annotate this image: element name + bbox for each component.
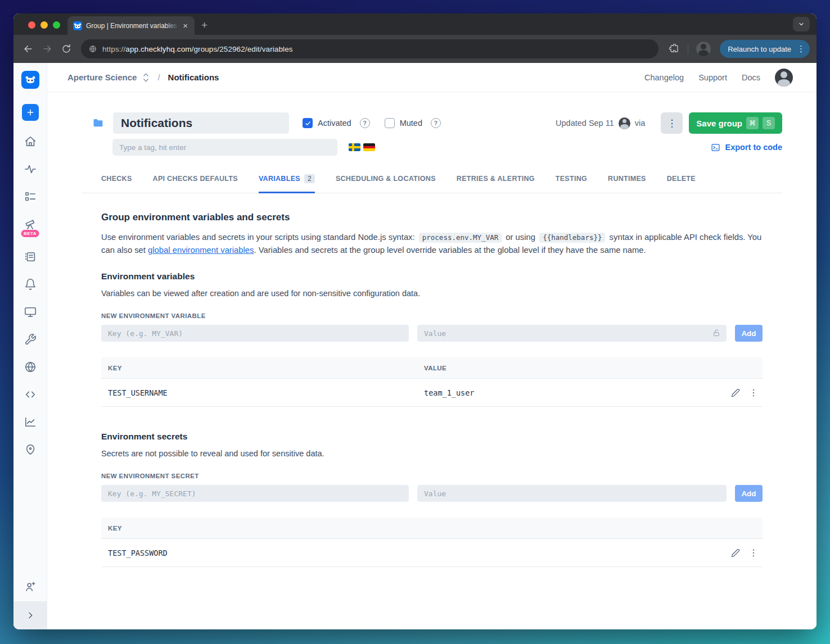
- sidebar-item-dashboards[interactable]: [24, 305, 37, 319]
- browser-profile-avatar[interactable]: [696, 42, 711, 56]
- add-secret-button[interactable]: Add: [735, 485, 763, 502]
- puzzle-icon: [669, 44, 679, 54]
- url-text: https://app.checklyhq.com/groups/252962/…: [102, 45, 293, 53]
- tab-close-icon[interactable]: ×: [181, 20, 190, 31]
- chart-line-icon: [24, 416, 37, 428]
- tab-retries-alerting[interactable]: RETRIES & ALERTING: [457, 171, 535, 193]
- user-avatar[interactable]: [775, 69, 793, 87]
- activated-checkbox[interactable]: [303, 118, 313, 128]
- browser-window: Group | Environment variables × +: [13, 13, 817, 629]
- account-switcher-chevrons[interactable]: [142, 72, 150, 83]
- secret-row-actions: ⋮: [731, 548, 763, 557]
- close-window-button[interactable]: [28, 21, 35, 29]
- tab-runtimes[interactable]: RUNTIMES: [608, 171, 646, 193]
- edit-secret-button[interactable]: [731, 548, 740, 557]
- reload-button[interactable]: [58, 41, 74, 57]
- secrets-table-header: KEY: [101, 518, 763, 539]
- pencil-icon: [731, 388, 740, 397]
- muted-help-icon[interactable]: ?: [431, 118, 441, 128]
- secret-key-input[interactable]: [101, 485, 409, 502]
- sidebar-item-logs[interactable]: [24, 250, 37, 264]
- variable-key-input[interactable]: [101, 325, 409, 342]
- sidebar-item-locations[interactable]: [24, 443, 37, 456]
- sidebar-item-checks[interactable]: [24, 190, 37, 203]
- secrets-table: KEY TEST_PASSWORD: [101, 518, 763, 567]
- export-to-code-link[interactable]: Export to code: [711, 143, 782, 152]
- back-button[interactable]: [20, 41, 36, 57]
- create-new-button[interactable]: [22, 104, 39, 121]
- browser-toolbar: https://app.checklyhq.com/groups/252962/…: [13, 35, 817, 63]
- sidebar-item-snippets[interactable]: [24, 388, 37, 401]
- url-bar[interactable]: https://app.checklyhq.com/groups/252962/…: [81, 39, 658, 58]
- variable-value-wrap: [417, 325, 727, 342]
- sidebar-expand-button[interactable]: [13, 601, 47, 629]
- docs-link[interactable]: Docs: [742, 73, 760, 82]
- save-group-label: Save group: [696, 119, 742, 128]
- activated-label: Activated: [318, 119, 351, 128]
- sidebar-item-explore-beta[interactable]: BETA: [24, 217, 37, 231]
- secrets-section-title: Environment secrets: [101, 432, 763, 442]
- back-arrow-icon: [22, 43, 34, 55]
- tab-delete[interactable]: DELETE: [667, 171, 696, 193]
- lock-toggle-icon[interactable]: [712, 329, 721, 337]
- sidebar-item-private-locations[interactable]: [24, 360, 37, 374]
- code-chip-node-syntax: process.env.MY_VAR: [419, 233, 502, 243]
- browser-tab[interactable]: Group | Environment variables ×: [67, 16, 195, 35]
- s-key-badge: S: [763, 117, 775, 129]
- changelog-link[interactable]: Changelog: [644, 73, 684, 82]
- forward-button[interactable]: [39, 41, 55, 57]
- group-name-input[interactable]: [113, 112, 289, 134]
- browser-menu-icon[interactable]: ⋮: [797, 44, 805, 54]
- muted-checkbox[interactable]: [385, 118, 395, 128]
- extensions-button[interactable]: [666, 41, 682, 57]
- support-link[interactable]: Support: [698, 73, 727, 82]
- browser-tab-strip: Group | Environment variables × +: [13, 13, 817, 35]
- variable-value-input[interactable]: [417, 325, 727, 342]
- zoom-window-button[interactable]: [53, 21, 60, 29]
- minimize-window-button[interactable]: [40, 21, 48, 29]
- tab-checks[interactable]: CHECKS: [101, 171, 132, 193]
- save-group-button[interactable]: Save group ⌘ S: [689, 112, 782, 134]
- tab-api-checks-defaults[interactable]: API CHECKS DEFAULTS: [153, 171, 238, 193]
- sidebar-item-analytics[interactable]: [24, 415, 37, 429]
- tag-input[interactable]: [112, 139, 337, 156]
- checkly-app: BETA: [13, 63, 817, 629]
- group-header: Activated ? Muted ? Updated Sep 11 via ⋮: [82, 112, 782, 134]
- app-top-nav: Aperture Science / Notifications Changel…: [47, 63, 817, 92]
- tab-title-fade: [165, 16, 180, 35]
- user-plus-icon: [24, 580, 37, 593]
- group-options-button[interactable]: ⋮: [661, 112, 683, 134]
- relaunch-button[interactable]: Relaunch to update ⋮: [720, 40, 810, 58]
- checkly-logo[interactable]: [21, 71, 39, 89]
- variables-table: KEY VALUE TEST_USERNAME team_1_user: [101, 357, 763, 407]
- new-secret-label: NEW ENVIRONMENT SECRET: [101, 473, 763, 479]
- add-variable-button[interactable]: Add: [735, 325, 763, 342]
- activated-help-icon[interactable]: ?: [360, 118, 370, 128]
- site-info-globe-icon[interactable]: [89, 45, 97, 53]
- tab-testing[interactable]: TESTING: [556, 171, 587, 193]
- new-variable-label: NEW ENVIRONMENT VARIABLE: [101, 312, 763, 319]
- edit-variable-button[interactable]: [731, 388, 740, 397]
- variables-table-header: KEY VALUE: [101, 357, 763, 379]
- germany-flag-icon: [363, 143, 375, 151]
- account-switcher[interactable]: Aperture Science: [67, 72, 137, 82]
- secret-value-input[interactable]: [417, 485, 727, 502]
- checkmark-icon: [305, 120, 311, 126]
- tab-variables[interactable]: VARIABLES 2: [259, 171, 315, 193]
- sidebar-item-maintenance[interactable]: [24, 333, 37, 346]
- sidebar-item-home[interactable]: [24, 135, 37, 148]
- tab-scheduling-locations[interactable]: SCHEDULING & LOCATIONS: [336, 171, 436, 193]
- chevron-up-down-icon: [142, 72, 150, 83]
- secret-row-menu-button[interactable]: ⋮: [749, 548, 758, 557]
- variables-section-title: Environment variables: [101, 271, 763, 282]
- chevron-right-icon: [26, 611, 35, 620]
- tab-search-button[interactable]: [793, 17, 810, 31]
- secret-key-cell: TEST_PASSWORD: [101, 548, 424, 557]
- global-env-vars-link[interactable]: global environment variables: [148, 246, 254, 255]
- sidebar-item-monitoring[interactable]: [24, 162, 37, 176]
- variable-row-menu-button[interactable]: ⋮: [749, 388, 758, 397]
- invite-user-button[interactable]: [24, 580, 37, 593]
- new-variable-form: Add: [101, 325, 763, 342]
- sidebar-item-alerts[interactable]: [24, 278, 37, 291]
- new-tab-button[interactable]: +: [201, 19, 208, 31]
